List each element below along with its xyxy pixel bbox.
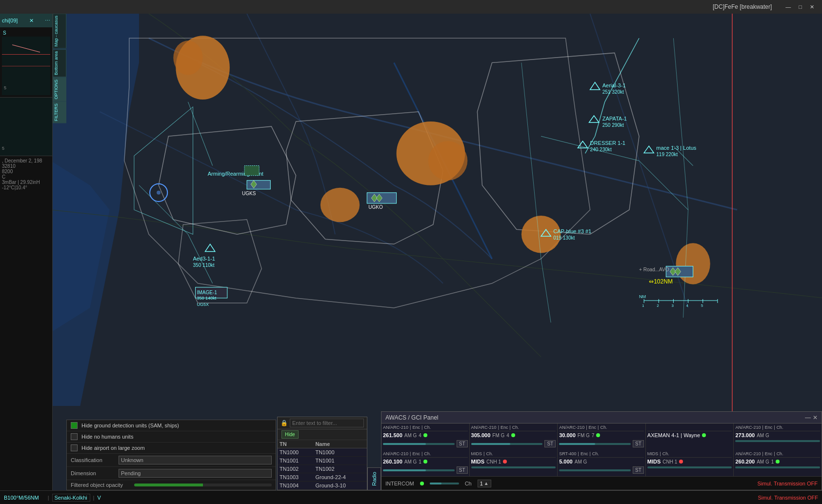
svg-text:4: 4 <box>686 303 689 308</box>
sidebar-date: , December 2, 198 32810 8200 C 3mBar | 2… <box>0 156 52 192</box>
sidebar-menu[interactable]: ⋯ <box>45 18 50 24</box>
intercom-channel-label: Ch <box>465 481 472 486</box>
svg-point-9 <box>428 141 467 180</box>
maximize-button[interactable]: □ <box>795 3 806 11</box>
table-row[interactable]: TN1000 TN1000 <box>278 448 367 457</box>
table-row[interactable]: TN1004 Ground-3-10 <box>278 482 367 490</box>
svg-text:UGKS: UGKS <box>242 191 256 196</box>
awacs-cell-b5: AN/ARC-210|Enc|Ch. 260.200 AM G 1 <box>734 450 822 476</box>
tx-status: Simul. Transmission OFF <box>758 481 818 486</box>
awacs-cell-2: AN/ARC-210|Enc|Ch. 305.000 FM G 4 ST <box>470 423 558 450</box>
hide-row: Hide <box>278 429 367 440</box>
vol-slider-1[interactable] <box>383 443 455 445</box>
mini-graph: 5 <box>2 37 50 95</box>
st-btn-1[interactable]: ST <box>457 440 468 447</box>
awacs-minimize[interactable]: — <box>805 414 811 421</box>
awacs-cell-3: AN/ARC-210|Enc|Ch. 30.000 FM G 7 ST <box>558 423 645 450</box>
cell-tn: TN1000 <box>278 448 313 457</box>
filter-input[interactable] <box>290 419 364 427</box>
channel-spinner[interactable]: 1 ▲ <box>478 480 491 487</box>
awacs-cell-5: AN/ARC-210|Enc|Ch. 273.000 AM G <box>734 423 822 450</box>
checkbox-hide-ground[interactable] <box>71 422 78 429</box>
cell-name: TN1000 <box>313 448 367 457</box>
tab-filters[interactable]: FILTERS <box>53 101 66 123</box>
location-select[interactable]: Senaki-Kolkhi <box>52 494 90 502</box>
left-sidebar: chi[09] ✕ ⋯ S 5 5 , December 2, 198 3281… <box>0 14 53 504</box>
sidebar-graph-panel: S 5 <box>0 27 52 98</box>
vol-slider-b2[interactable] <box>471 466 556 468</box>
st-btn-2[interactable]: ST <box>544 440 556 447</box>
svg-text:⇔102NM: ⇔102NM <box>649 278 673 285</box>
svg-text:251 320kt: 251 320kt <box>602 89 624 95</box>
dimension-select[interactable]: Pending <box>119 469 272 478</box>
st-btn-3[interactable]: ST <box>633 440 644 447</box>
svg-text:019 130kt: 019 130kt <box>553 235 575 241</box>
graph-label: 5 <box>4 85 6 90</box>
svg-text:2: 2 <box>657 303 659 308</box>
opacity-label: Filtered object opacity <box>71 482 134 488</box>
svg-text:250 290kt: 250 290kt <box>602 122 624 128</box>
option-row-1: Hide ground detection units (SAM, ships) <box>67 420 276 431</box>
svg-text:350 140kt: 350 140kt <box>197 296 217 301</box>
objects-table: TN Name TN1000 TN1000 TN1001 TN1001 TN10… <box>278 440 367 490</box>
cell-tn: TN1003 <box>278 473 313 482</box>
tab-options[interactable]: OPTIONS <box>53 78 66 101</box>
vol-slider-2[interactable] <box>471 443 543 445</box>
radio-panel: Radio <box>367 467 381 490</box>
checkbox-hide-airport[interactable] <box>71 444 78 451</box>
channel-value: 1 <box>480 481 483 486</box>
awacs-top-row: AN/ARC-210|Enc|Ch. 261.500 AM G 4 ST AN/… <box>381 423 822 450</box>
dot-green-1 <box>423 433 427 437</box>
sidebar-mini-panel: 5 <box>0 98 52 156</box>
hide-button[interactable]: Hide <box>281 430 299 439</box>
dot-red-b2 <box>503 460 507 464</box>
svg-rect-54 <box>244 166 259 176</box>
cell-name: TN1002 <box>313 465 367 473</box>
classification-select[interactable]: Unknown <box>119 456 272 464</box>
table-row[interactable]: TN1001 TN1001 <box>278 457 367 465</box>
svg-text:Aed3-1-1: Aed3-1-1 <box>193 256 215 262</box>
close-button[interactable]: ✕ <box>806 3 818 11</box>
awacs-cell-1-header: AN/ARC-210|Enc|Ch. <box>383 425 468 431</box>
minimize-button[interactable]: — <box>782 3 795 11</box>
svg-text:3: 3 <box>671 303 674 308</box>
st-btn-b3[interactable]: ST <box>633 466 644 474</box>
vol-slider-b4[interactable] <box>647 466 732 468</box>
side-tabs: Map - caucasus Bottom area OPTIONS FILTE… <box>53 14 66 123</box>
callsign-text: AXEMAN 4-1 | Wayne <box>647 432 700 438</box>
cell-name: Ground-3-10 <box>313 482 367 490</box>
vol-slider-b3[interactable] <box>559 469 631 471</box>
vol-slider-b5[interactable] <box>735 466 820 468</box>
svg-text:ZAPATA-1: ZAPATA-1 <box>602 116 627 121</box>
awacs-cell-1-freq: 261.500 AM G 4 <box>383 431 468 439</box>
option-row-3: Hide airport on large zoom <box>67 443 276 454</box>
svg-text:IMAGE-1: IMAGE-1 <box>197 290 218 295</box>
table-row[interactable]: TN1002 TN1002 <box>278 465 367 473</box>
mode-indicator: V <box>97 495 100 501</box>
svg-text:UG5X: UG5X <box>197 302 209 307</box>
svg-point-10 <box>321 188 360 222</box>
awacs-cell-b3: SRT-400|Enc|Ch. 5.000 AM G ST <box>558 450 645 476</box>
intercom-dot <box>420 482 424 485</box>
tab-bottom-area[interactable]: Bottom area <box>53 49 66 77</box>
svg-rect-50 <box>247 181 270 189</box>
sidebar-tab-top[interactable]: chi[09] ✕ ⋯ <box>0 14 52 27</box>
channel-up[interactable]: ▲ <box>484 481 489 486</box>
vol-slider-5[interactable] <box>735 440 820 442</box>
objects-panel: 🔒 Hide TN Name TN1000 TN1000 TN1001 TN10… <box>277 417 367 490</box>
awacs-title: AWACS / GCI Panel <box>385 414 438 421</box>
intercom-slider[interactable] <box>430 483 459 484</box>
vol-slider-b1[interactable] <box>383 469 455 471</box>
st-btn-b1[interactable]: ST <box>457 466 468 474</box>
intercom-bar: INTERCOM Ch 1 ▲ Simul. Transmission OFF <box>381 476 822 490</box>
tab-map-caucasus[interactable]: Map - caucasus <box>53 14 66 49</box>
checkbox-hide-humans[interactable] <box>71 433 78 440</box>
awacs-close[interactable]: ✕ <box>813 414 818 421</box>
dimension-row: Dimension Pending <box>67 467 276 480</box>
table-row[interactable]: TN1003 Ground-22-4 <box>278 473 367 482</box>
cell-tn: TN1004 <box>278 482 313 490</box>
svg-text:+ Road...AVO: + Road...AVO <box>639 267 669 272</box>
sidebar-close[interactable]: ✕ <box>29 18 34 24</box>
opacity-slider[interactable] <box>134 484 272 486</box>
vol-slider-3[interactable] <box>559 443 631 445</box>
